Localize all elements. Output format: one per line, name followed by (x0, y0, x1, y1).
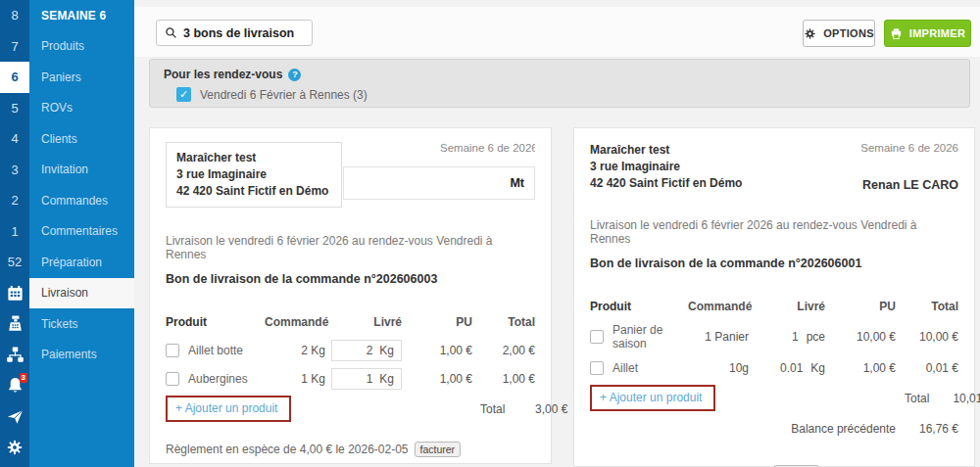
col-pu: PU (408, 315, 472, 329)
order-title: Bon de livraison de la commande n°202606… (166, 272, 535, 286)
col-total: Total (902, 300, 958, 313)
toolbar: 3 bons de livraison OPTIONS (134, 7, 980, 57)
total-label: Total (864, 392, 929, 405)
delivered-input[interactable]: 2 Kg (331, 340, 402, 361)
sidebar-item-paniers[interactable]: Paniers (29, 62, 134, 93)
delivered-value: 1 (792, 330, 799, 344)
col-produit: Produit (590, 300, 682, 313)
vendor-address-line2: 42 420 Saint Fictif en Démo (590, 175, 742, 192)
delivered-value: 0.01 (780, 361, 803, 375)
options-gear-icon (804, 27, 816, 40)
col-produit: Produit (166, 315, 259, 329)
vendor-name: Maraîcher test (176, 150, 331, 166)
bell-icon[interactable]: 3 (0, 370, 29, 401)
total-value: 3,00 € (511, 402, 567, 416)
col-total: Total (478, 315, 535, 329)
products-table: Produit Commandé Livré PU Total Aillet b… (166, 310, 535, 422)
facturer-button[interactable]: facturer (415, 442, 462, 457)
sidebar-week-title: SEMAINE 6 (29, 0, 134, 31)
delivered-input[interactable]: 1 Kg (331, 368, 402, 390)
week-number-6-selected[interactable]: 6 (0, 62, 29, 93)
week-number-7[interactable]: 7 (0, 31, 29, 63)
printer-icon (890, 27, 903, 40)
sidebar: 8 7 6 5 4 3 2 1 52 (0, 0, 134, 467)
search-icon (165, 26, 177, 39)
week-number-1[interactable]: 1 (0, 216, 29, 248)
sidebar-item-preparation[interactable]: Préparation (29, 247, 134, 278)
delivery-info: Livraison le vendredi 6 février 2026 au … (590, 218, 958, 246)
col-livre: Livré (755, 300, 825, 313)
sidebar-item-invitation[interactable]: Invitation (29, 155, 134, 186)
col-pu: PU (831, 300, 896, 313)
product-checkbox[interactable] (166, 372, 179, 386)
imprimer-button[interactable]: IMPRIMER (884, 20, 971, 47)
sidebar-item-rovs[interactable]: ROVs (29, 93, 134, 124)
rendezvous-option-label: Vendredi 6 Février à Rennes (3) (200, 88, 368, 102)
week-number-4[interactable]: 4 (0, 123, 29, 155)
products-table: Produit Commandé Livré PU Total Panier d… (590, 295, 958, 440)
vendor-address-field[interactable]: Maraîcher test 3 rue Imaginaire 42 420 S… (166, 142, 342, 208)
col-commande: Commandé (265, 315, 325, 329)
week-number-2[interactable]: 2 (0, 185, 29, 216)
ordered-qty: 1 Panier (688, 330, 749, 344)
sidebar-item-commandes[interactable]: Commandes (29, 185, 134, 216)
week-number-52[interactable]: 52 (0, 247, 29, 278)
imprimer-label: IMPRIMER (909, 27, 965, 39)
annotation-box: + Ajouter un produit (166, 396, 291, 422)
sidebar-item-commentaires[interactable]: Commentaires (29, 216, 134, 248)
unit-price: 10,00 € (831, 330, 896, 344)
delivered-qty: 1 pce (755, 330, 825, 344)
week-number-3[interactable]: 3 (0, 155, 29, 186)
cash-register-icon[interactable] (0, 308, 29, 340)
sidebar-item-produits[interactable]: Produits (29, 31, 134, 63)
help-icon[interactable]: ? (288, 69, 301, 81)
calendar-icon[interactable] (0, 278, 29, 309)
week-label: Semaine 6 de 2026 (860, 142, 958, 154)
table-row: Aillet botte 2 Kg 2 Kg 1,00 € 2,00 € (166, 339, 535, 361)
total-value: 10,01 € (935, 392, 980, 405)
table-row: Aubergines 1 Kg 1 Kg 1,00 € 1,00 € (166, 367, 535, 390)
rendezvous-option: ✓ Vendredi 6 Février à Rennes (3) (164, 87, 956, 102)
sidebar-menu: SEMAINE 6 Produits Paniers ROVs Clients … (29, 0, 134, 467)
options-button[interactable]: OPTIONS (803, 20, 875, 47)
client-name: Renan LE CARO (860, 178, 958, 192)
product-checkbox[interactable] (590, 330, 604, 344)
search-input[interactable]: 3 bons de livraison (156, 20, 313, 46)
add-product-link[interactable]: + Ajouter un produit (175, 401, 277, 415)
sidebar-item-livraison[interactable]: Livraison (29, 278, 134, 309)
vendor-address-line1: 3 rue Imaginaire (590, 159, 742, 175)
add-product-link[interactable]: + Ajouter un produit (600, 391, 702, 404)
client-search-input[interactable]: Mt (343, 166, 535, 200)
week-label: Semaine 6 de 2026 (440, 142, 535, 154)
unit-price: 1,00 € (408, 344, 472, 357)
col-livre: Livré (331, 315, 402, 329)
week-number-8[interactable]: 8 (0, 0, 29, 31)
sitemap-icon[interactable] (0, 340, 29, 371)
delivery-note-card-left: Maraîcher test 3 rue Imaginaire 42 420 S… (149, 127, 552, 464)
product-checkbox[interactable] (590, 361, 604, 375)
sidebar-item-clients[interactable]: Clients (29, 123, 134, 155)
order-title: Bon de livraison de la commande n°202606… (590, 257, 958, 270)
delivered-unit: Kg (379, 372, 394, 386)
row-total: 0,01 € (902, 361, 958, 375)
balance-value: 16,76 € (902, 422, 958, 436)
col-commande: Commandé (688, 300, 749, 313)
delivered-qty: 0.01 Kg (755, 361, 825, 375)
total-label: Total (440, 402, 505, 416)
delivered-unit: Kg (810, 361, 825, 375)
sidebar-item-paiements[interactable]: Paiements (29, 340, 134, 371)
payment-note: Règlement en espèce de 4,00 € le 2026-02… (166, 443, 409, 456)
delivered-unit: pce (807, 330, 825, 344)
table-row: Panier de saison 1 Panier 1 pce 10,00 € … (590, 323, 958, 350)
product-name: Aillet botte (188, 344, 243, 357)
unit-price: 1,00 € (831, 361, 896, 375)
week-number-5[interactable]: 5 (0, 93, 29, 124)
send-icon[interactable] (0, 401, 29, 433)
delivered-value: 2 (367, 344, 373, 357)
product-checkbox[interactable] (166, 344, 179, 357)
unit-price: 1,00 € (408, 372, 472, 386)
vendor-address-line2: 42 420 Saint Fictif en Démo (176, 183, 331, 200)
rendezvous-checkbox[interactable]: ✓ (176, 87, 191, 102)
sidebar-item-tickets[interactable]: Tickets (29, 308, 134, 340)
gear-icon[interactable] (0, 432, 29, 463)
